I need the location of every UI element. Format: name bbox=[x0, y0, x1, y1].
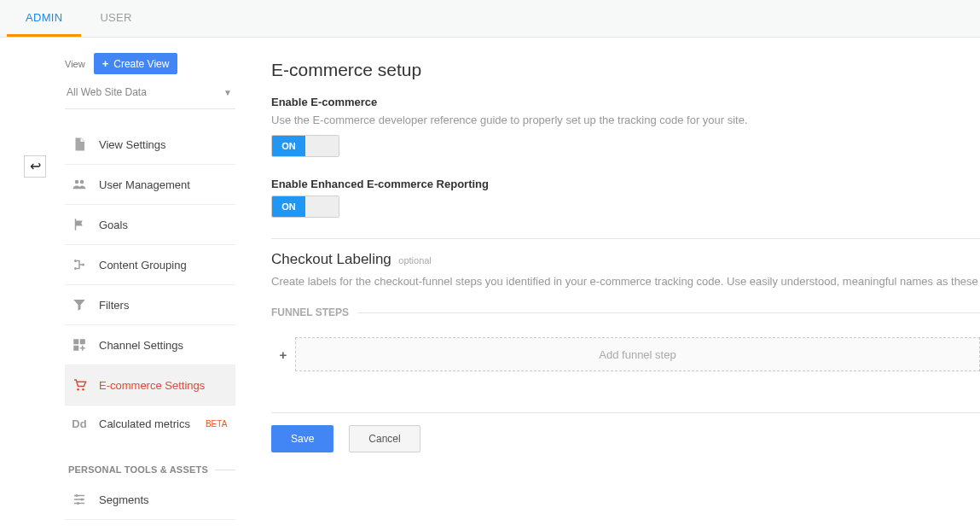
create-view-label: Create View bbox=[113, 58, 169, 70]
toggle-off-handle bbox=[305, 136, 339, 156]
toggle-on-label: ON bbox=[272, 136, 305, 156]
svg-rect-7 bbox=[73, 346, 78, 351]
view-select[interactable]: All Web Site Data ▼ bbox=[65, 79, 235, 109]
nav-label: Filters bbox=[99, 299, 129, 312]
nav-label: Goals bbox=[99, 219, 128, 231]
svg-rect-6 bbox=[80, 339, 85, 344]
add-funnel-step-button[interactable]: Add funnel step bbox=[295, 337, 980, 371]
nav-ecommerce-settings[interactable]: E-commerce Settings bbox=[65, 365, 235, 406]
svg-point-11 bbox=[81, 499, 84, 501]
nav-label: User Management bbox=[99, 178, 190, 191]
view-select-value: All Web Site Data bbox=[67, 86, 147, 98]
nav-user-management[interactable]: User Management bbox=[65, 165, 235, 205]
checkout-desc: Create labels for the checkout-funnel st… bbox=[271, 275, 980, 288]
plus-icon: + bbox=[271, 337, 295, 371]
svg-rect-5 bbox=[73, 339, 78, 344]
dd-icon: Dd bbox=[72, 417, 87, 430]
svg-point-10 bbox=[76, 494, 78, 497]
optional-tag: optional bbox=[398, 255, 432, 266]
section-title: PERSONAL TOOLS & ASSETS bbox=[68, 464, 215, 475]
page-title: E-commerce setup bbox=[271, 60, 980, 80]
plus-icon: + bbox=[102, 57, 109, 70]
create-view-button[interactable]: + Create View bbox=[94, 53, 178, 74]
nav-calculated-metrics[interactable]: Dd Calculated metrics BETA bbox=[65, 406, 235, 442]
checkout-title: Checkout Labeling bbox=[271, 251, 391, 267]
svg-point-4 bbox=[82, 264, 84, 266]
svg-point-3 bbox=[74, 267, 77, 270]
toggle-on-label: ON bbox=[272, 196, 305, 217]
sidebar: View + Create View All Web Site Data ▼ V… bbox=[24, 38, 235, 531]
enable-ecommerce-toggle[interactable]: ON bbox=[271, 135, 339, 157]
cancel-button[interactable]: Cancel bbox=[349, 425, 420, 452]
view-label: View bbox=[65, 59, 85, 69]
tab-admin[interactable]: ADMIN bbox=[7, 0, 81, 37]
nav-label: Segments bbox=[99, 493, 149, 506]
nav-label: Content Grouping bbox=[99, 259, 187, 271]
nav-label: Channel Settings bbox=[99, 339, 183, 352]
back-arrow-icon: ↩ bbox=[30, 160, 41, 173]
main-content: E-commerce setup Enable E-commerce Use t… bbox=[235, 38, 980, 531]
toggle-off-handle bbox=[305, 196, 339, 217]
enable-enhanced-toggle[interactable]: ON bbox=[271, 195, 339, 218]
svg-point-12 bbox=[77, 502, 79, 505]
nav-view-settings[interactable]: View Settings bbox=[65, 125, 235, 165]
nav-label: View Settings bbox=[99, 138, 166, 151]
nav-list: View Settings User Management Goals Cont… bbox=[65, 125, 235, 531]
enable-ecommerce-help: Use the E-commerce developer reference g… bbox=[271, 114, 980, 126]
checkout-labeling-section: Checkout Labeling optional Create labels… bbox=[271, 238, 980, 371]
svg-point-0 bbox=[75, 180, 79, 184]
funnel-icon bbox=[72, 297, 87, 312]
funnel-steps-label: FUNNEL STEPS bbox=[271, 306, 357, 318]
svg-point-9 bbox=[82, 388, 84, 391]
tab-user[interactable]: USER bbox=[81, 0, 150, 37]
back-button[interactable]: ↩ bbox=[24, 155, 46, 178]
enable-enhanced-label: Enable Enhanced E-commerce Reporting bbox=[271, 178, 980, 190]
nav-content-grouping[interactable]: Content Grouping bbox=[65, 245, 235, 285]
beta-badge: BETA bbox=[206, 419, 227, 429]
nav-label: Calculated metrics bbox=[99, 417, 190, 430]
nav-channel-settings[interactable]: Channel Settings bbox=[65, 325, 235, 365]
branch-icon bbox=[72, 257, 87, 272]
nav-goals[interactable]: Goals bbox=[65, 205, 235, 245]
svg-point-2 bbox=[74, 260, 77, 262]
nav-annotations[interactable]: Annotations bbox=[65, 520, 235, 531]
section-personal-tools: PERSONAL TOOLS & ASSETS bbox=[68, 464, 235, 475]
document-icon bbox=[72, 137, 87, 152]
nav-label: E-commerce Settings bbox=[99, 379, 205, 392]
nav-filters[interactable]: Filters bbox=[65, 285, 235, 325]
cart-icon bbox=[72, 377, 87, 393]
svg-point-8 bbox=[77, 388, 79, 391]
chevron-down-icon: ▼ bbox=[223, 88, 232, 97]
nav-segments[interactable]: Segments bbox=[65, 480, 235, 520]
svg-point-1 bbox=[80, 180, 84, 184]
channels-icon bbox=[72, 337, 87, 353]
top-tabs: ADMIN USER bbox=[0, 0, 980, 38]
enable-ecommerce-label: Enable E-commerce bbox=[271, 96, 980, 108]
users-icon bbox=[72, 177, 87, 192]
flag-icon bbox=[72, 217, 87, 232]
save-button[interactable]: Save bbox=[271, 425, 333, 452]
sliders-icon bbox=[72, 492, 87, 507]
